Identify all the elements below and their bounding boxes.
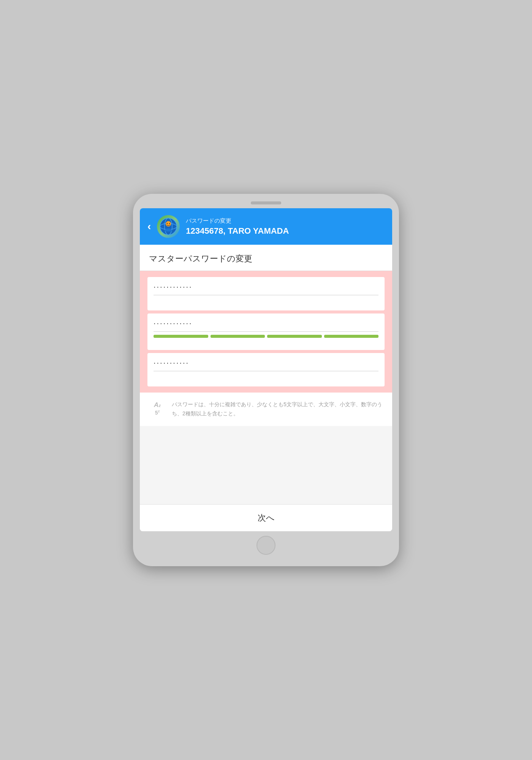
header-title: 12345678, TARO YAMADA	[186, 226, 289, 236]
header-text: パスワードの変更 12345678, TARO YAMADA	[186, 217, 289, 236]
strength-segment-2	[211, 335, 265, 338]
content-spacer	[140, 426, 392, 504]
new-password-field: ············	[147, 314, 385, 350]
device-notch	[251, 201, 281, 204]
confirm-password-input[interactable]: ···········	[154, 358, 378, 371]
screen: ‹ パスワードの変更	[140, 208, 392, 531]
current-password-input[interactable]: ············	[154, 282, 378, 295]
header-subtitle: パスワードの変更	[186, 217, 289, 225]
svg-point-6	[169, 223, 170, 224]
footer: 次へ	[140, 504, 392, 531]
avatar	[157, 215, 180, 238]
current-password-field: ············	[147, 277, 385, 310]
form-area: ············ ············ ··	[140, 271, 392, 393]
strength-bar	[154, 332, 378, 342]
confirm-password-field: ···········	[147, 353, 385, 386]
strength-segment-3	[267, 335, 322, 338]
next-button[interactable]: 次へ	[147, 512, 385, 524]
header: ‹ パスワードの変更	[140, 208, 392, 245]
new-password-input[interactable]: ············	[154, 319, 378, 332]
home-button[interactable]	[256, 536, 276, 555]
svg-point-5	[167, 223, 168, 224]
strength-segment-4	[324, 335, 379, 338]
strength-segment-1	[154, 335, 208, 338]
back-button[interactable]: ‹	[147, 221, 151, 232]
device-frame: ‹ パスワードの変更	[133, 194, 399, 566]
main-content: マスターパスワードの変更 ············ ············	[140, 245, 392, 531]
info-section: Az 5z パスワードは、十分に複雑であり、少なくとも5文字以上で、大文字、小文…	[140, 393, 392, 426]
password-rules-text: パスワードは、十分に複雑であり、少なくとも5文字以上で、大文字、小文字、数字のう…	[172, 400, 383, 418]
page-title: マスターパスワードの変更	[140, 245, 392, 271]
password-rules-icon: Az 5z	[149, 400, 166, 417]
